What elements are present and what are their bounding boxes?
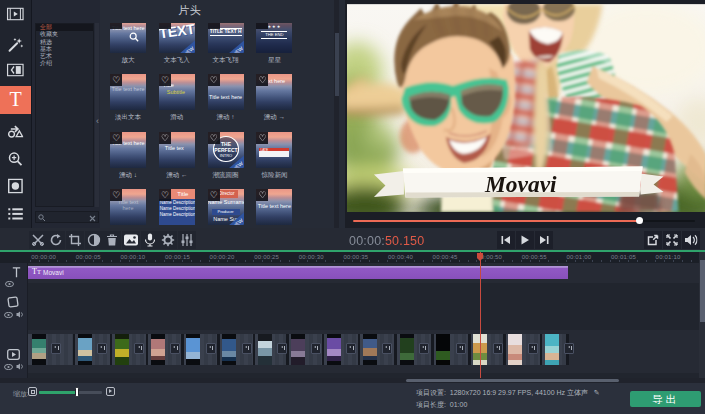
svg-text:Movavi: Movavi xyxy=(483,171,556,197)
svg-text:INTRO: INTRO xyxy=(219,153,231,158)
